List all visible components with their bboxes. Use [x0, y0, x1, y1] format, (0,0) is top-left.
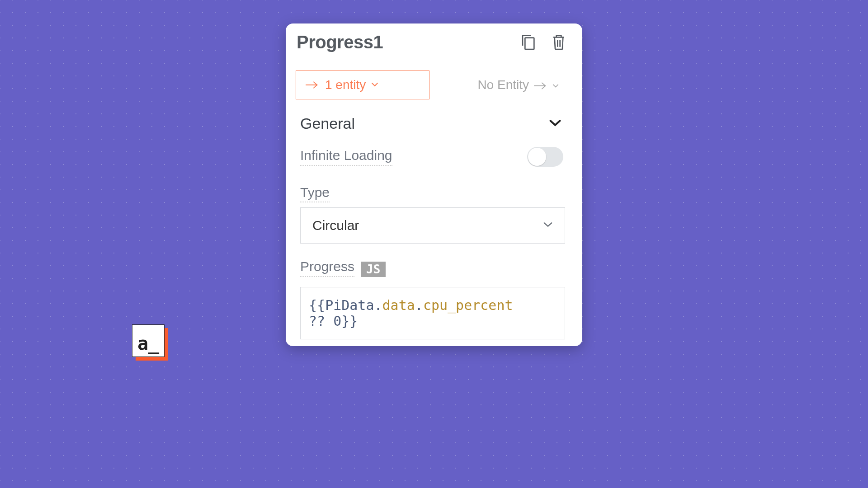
copy-button[interactable] — [519, 32, 537, 52]
code-token: data — [382, 297, 415, 313]
widget-name-title: Progress1 — [297, 32, 519, 52]
incoming-entity-dropdown[interactable]: 1 entity — [296, 70, 429, 99]
type-select[interactable]: Circular — [300, 207, 565, 244]
code-token: PiData — [325, 297, 374, 313]
section-header-general[interactable]: General — [286, 105, 582, 136]
incoming-entity-label: 1 entity — [325, 78, 366, 92]
infinite-loading-label: Infinite Loading — [300, 148, 392, 166]
type-label: Type — [300, 185, 330, 202]
code-token: . — [415, 297, 423, 313]
entity-row: 1 entity No Entity — [286, 57, 582, 105]
code-token: {{ — [309, 297, 325, 313]
arrow-right-icon — [305, 81, 320, 89]
panel-header: Progress1 — [286, 23, 582, 57]
code-token: 0 — [333, 313, 341, 329]
delete-button[interactable] — [550, 32, 568, 52]
arrow-right-icon — [533, 78, 548, 92]
code-token: }} — [341, 313, 358, 329]
logo-text: a_ — [137, 333, 159, 354]
properties-panel: Progress1 — [286, 23, 582, 346]
type-section: Type Circular — [286, 167, 582, 244]
js-badge[interactable]: JS — [361, 262, 386, 277]
progress-code-input[interactable]: {{PiData.data.cpu_percent?? 0}} — [300, 287, 565, 339]
header-actions — [519, 32, 571, 52]
copy-icon — [521, 33, 535, 51]
no-entity-label: No Entity — [477, 78, 529, 92]
infinite-loading-row: Infinite Loading — [286, 136, 582, 167]
chevron-down-icon — [543, 221, 553, 230]
progress-label-row: Progress JS — [300, 259, 565, 277]
chevron-down-icon — [549, 119, 561, 129]
code-token — [325, 313, 333, 329]
type-selected-value: Circular — [312, 218, 359, 233]
code-token: cpu_percent — [423, 297, 513, 313]
chevron-down-icon — [552, 78, 559, 92]
appsmith-logo: a_ — [132, 324, 168, 361]
logo-foreground: a_ — [132, 324, 165, 357]
code-token: . — [374, 297, 382, 313]
progress-label: Progress — [300, 259, 354, 277]
outgoing-entity-dropdown[interactable]: No Entity — [477, 78, 572, 92]
toggle-knob — [528, 148, 546, 166]
trash-icon — [552, 33, 566, 51]
progress-section: Progress JS {{PiData.data.cpu_percent?? … — [286, 244, 582, 339]
svg-rect-0 — [525, 38, 534, 49]
section-title: General — [300, 115, 355, 132]
infinite-loading-toggle[interactable] — [527, 147, 563, 167]
chevron-down-icon — [371, 81, 378, 89]
code-token: ?? — [309, 313, 325, 329]
